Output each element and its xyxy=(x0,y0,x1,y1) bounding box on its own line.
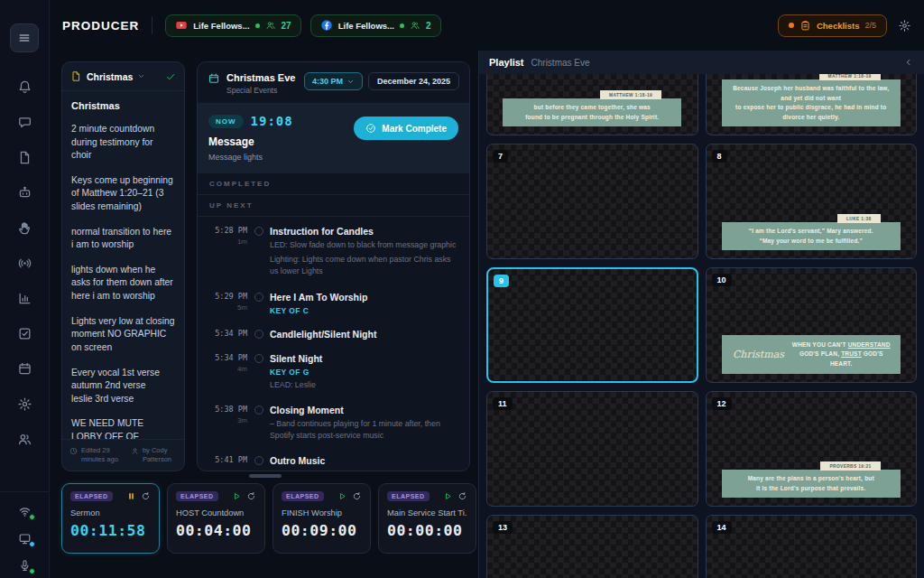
sidebar-item-hand[interactable] xyxy=(17,220,32,236)
play-icon[interactable] xyxy=(232,491,242,501)
timer-value: 00:00:00 xyxy=(387,522,467,539)
timer-card[interactable]: ELAPSED HOST Countdown 00:04:00 xyxy=(167,483,265,554)
clipboard-icon xyxy=(799,20,811,32)
item-checkbox[interactable] xyxy=(254,406,263,415)
sidebar-item-broadcast[interactable] xyxy=(17,256,32,271)
item-note: LEAD: Leslie xyxy=(270,379,322,391)
chevron-down-icon[interactable] xyxy=(137,72,145,80)
app-logo: PRODUCER xyxy=(62,19,139,33)
chat-icon xyxy=(17,115,32,130)
schedule-item[interactable]: 5:29 PM 5m Here I Am To Worship KEY OF C xyxy=(198,292,469,315)
sidebar-item-calendar[interactable] xyxy=(17,361,32,377)
note-paragraph: normal transition to here i am to worshi… xyxy=(71,226,175,252)
slide-thumbnail[interactable]: 12 PROVERBS 19:21 Many are the plans in … xyxy=(706,391,918,507)
slide-thumbnail[interactable]: MATTHEW 1:18-19 but before they came tog… xyxy=(486,74,698,135)
sidebar-item-bell[interactable] xyxy=(17,79,32,95)
item-note: Lighting: Lights come down when pastor C… xyxy=(270,254,459,277)
slide-number: 10 xyxy=(712,274,732,286)
timer-card[interactable]: ELAPSED Main Service Start Ti... 00:00:0… xyxy=(378,483,476,554)
sidebar-item-chart[interactable] xyxy=(17,291,32,306)
item-checkbox[interactable] xyxy=(254,354,263,363)
item-checkbox[interactable] xyxy=(254,330,263,339)
viewer-count: 27 xyxy=(282,21,291,31)
item-checkbox[interactable] xyxy=(254,456,263,465)
collapse-panel-button[interactable] xyxy=(903,57,914,68)
schedule-item[interactable]: 5:34 PM Candlelight/Silent Night xyxy=(198,329,469,340)
timer-card[interactable]: ELAPSED FINISH Worship 00:09:00 xyxy=(273,483,371,554)
current-timer: 19:08 xyxy=(251,114,293,128)
item-time: 5:38 PM xyxy=(208,405,247,414)
notes-body[interactable]: Christmas 2 minute countdown during test… xyxy=(62,91,184,439)
chart-icon xyxy=(17,291,32,306)
menu-button[interactable] xyxy=(10,23,39,52)
settings-button[interactable] xyxy=(898,19,911,33)
timer-name: HOST Countdown xyxy=(176,508,256,517)
check-icon xyxy=(165,71,176,82)
timer-type-badge: ELAPSED xyxy=(176,491,218,501)
slide-thumbnail[interactable]: 9 xyxy=(486,267,698,383)
stream-youtube[interactable]: Life Fellows... 27 xyxy=(165,14,300,37)
status-dot xyxy=(29,541,35,547)
completed-section-header[interactable]: COMPLETED xyxy=(198,173,469,195)
schedule-item[interactable]: 5:38 PM 3m Closing Moment – Band continu… xyxy=(198,405,469,442)
play-icon[interactable] xyxy=(443,491,453,501)
item-title: Candlelight/Silent Night xyxy=(270,329,376,340)
hand-icon xyxy=(17,220,32,236)
sidebar-item-users[interactable] xyxy=(17,432,32,447)
schedule-panel: Christmas Eve Special Events 4:30 PM Dec… xyxy=(197,61,470,471)
playlist-header: Playlist Christmas Eve xyxy=(479,51,924,74)
reset-icon[interactable] xyxy=(246,491,256,501)
status-mic[interactable] xyxy=(18,559,32,573)
play-icon[interactable] xyxy=(337,491,347,501)
schedule-item[interactable]: 5:41 PM Outro Music Use “Post-service” p… xyxy=(198,455,469,471)
upnext-section-header[interactable]: UP NEXT xyxy=(198,195,469,217)
item-title: Silent Night xyxy=(270,353,322,364)
pause-icon[interactable] xyxy=(126,491,136,501)
users-icon xyxy=(17,432,32,447)
reset-icon[interactable] xyxy=(141,491,151,501)
checklists-label: Checklists xyxy=(817,21,860,31)
slide-grid-viewport[interactable]: MATTHEW 1:18-19 but before they came tog… xyxy=(479,74,924,578)
broadcast-icon xyxy=(17,256,32,271)
slide-thumbnail[interactable]: 13 xyxy=(486,515,698,578)
item-key: KEY OF C xyxy=(270,306,367,315)
item-checkbox[interactable] xyxy=(254,293,263,302)
slide-thumbnail[interactable]: 10 Christmas WHEN YOU CAN'T UNDERSTANDGO… xyxy=(706,267,918,383)
sidebar-item-check-square[interactable] xyxy=(17,326,32,341)
people-icon xyxy=(265,20,276,31)
sidebar-item-chat[interactable] xyxy=(17,115,32,130)
resize-handle[interactable] xyxy=(249,474,282,478)
mark-complete-button[interactable]: Mark Complete xyxy=(354,117,458,140)
timer-card[interactable]: ELAPSED Sermon 00:11:58 xyxy=(61,483,160,554)
sidebar-item-file[interactable] xyxy=(17,150,32,165)
service-time-dropdown[interactable]: 4:30 PM xyxy=(304,72,363,90)
stream-facebook[interactable]: Life Fellows... 2 xyxy=(310,14,441,37)
item-checkbox[interactable] xyxy=(254,227,263,236)
sidebar-nav xyxy=(17,79,32,447)
slide-text-band: PROVERBS 19:21 Many are the plans in a p… xyxy=(722,470,901,498)
schedule-item[interactable]: 5:34 PM 4m Silent Night KEY OF G LEAD: L… xyxy=(198,353,469,391)
slide-thumbnail[interactable]: MATTHEW 1:18-19 Because Joseph her husba… xyxy=(706,74,918,135)
sidebar-item-gear[interactable] xyxy=(17,396,32,412)
checklists-button[interactable]: Checklists 2/5 xyxy=(778,14,887,37)
slide-reference-tag: MATTHEW 1:18-19 xyxy=(819,74,881,80)
bot-icon xyxy=(17,185,32,200)
reset-icon[interactable] xyxy=(352,491,362,501)
status-wifi[interactable] xyxy=(18,505,32,518)
notes-panel: Christmas Christmas 2 minute countdown d… xyxy=(61,61,185,471)
timer-value: 00:09:00 xyxy=(282,522,362,539)
slide-thumbnail[interactable]: 8 LUKE 1:38 “I am the Lord's servant,” M… xyxy=(706,144,918,259)
slide-number: 8 xyxy=(712,150,727,163)
timers-row: ELAPSED Sermon 00:11:58 ELAPSED HOST Cou… xyxy=(61,483,476,554)
slide-thumbnail[interactable]: 11 xyxy=(486,391,698,507)
service-date-button[interactable]: December 24, 2025 xyxy=(368,72,459,90)
divider xyxy=(152,16,152,34)
slide-thumbnail[interactable]: 14 xyxy=(706,515,918,578)
status-monitor[interactable] xyxy=(18,532,32,545)
schedule-item[interactable]: 5:28 PM 1m Instruction for Candles LED: … xyxy=(198,226,469,278)
slide-thumbnail[interactable]: 7 xyxy=(486,144,698,259)
reset-icon[interactable] xyxy=(457,491,467,501)
topbar: PRODUCER Life Fellows... 27 Life Fellows… xyxy=(50,0,924,51)
sidebar-item-bot[interactable] xyxy=(17,185,32,200)
notes-header[interactable]: Christmas xyxy=(62,62,184,91)
